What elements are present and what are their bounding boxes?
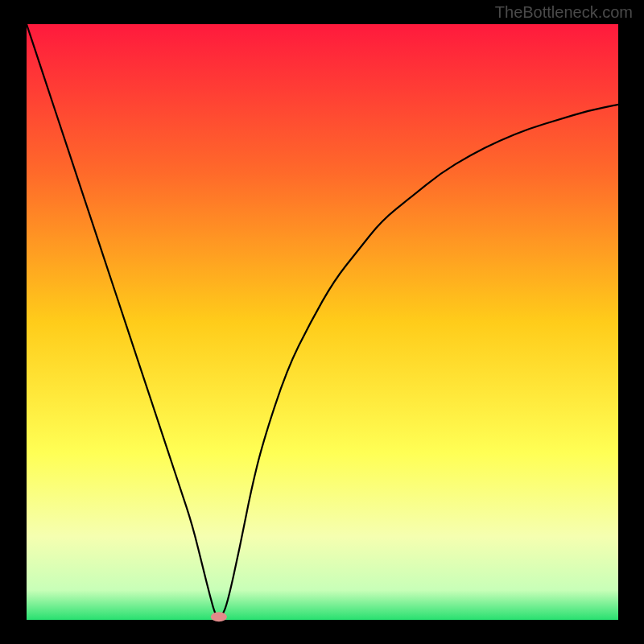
optimal-marker xyxy=(211,612,227,621)
plot-background xyxy=(27,24,618,620)
bottleneck-chart xyxy=(0,0,644,644)
watermark-text: TheBottleneck.com xyxy=(495,3,633,22)
chart-container: TheBottleneck.com xyxy=(0,0,644,644)
